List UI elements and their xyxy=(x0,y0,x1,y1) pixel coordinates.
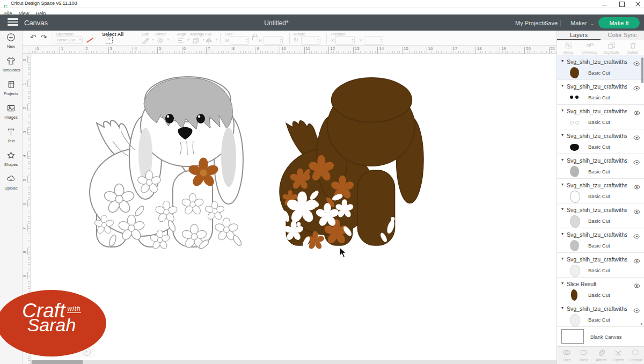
visibility-eye-icon[interactable] xyxy=(633,83,641,89)
layer-item[interactable]: Svg_shih_tzu_craftwithsar... Basic Cut xyxy=(557,154,644,179)
sidebar-item-text[interactable]: Text xyxy=(0,125,22,149)
disclosure-triangle-icon[interactable] xyxy=(561,231,567,236)
sidebar-item-images[interactable]: Images xyxy=(0,101,22,125)
layer-item[interactable]: Svg_shih_tzu_craftwithsar... Basic Cut xyxy=(557,253,644,278)
layer-sublayer[interactable]: Basic Cut xyxy=(557,266,644,277)
pen-color-icon[interactable] xyxy=(86,37,94,43)
my-projects-link[interactable]: My Projects xyxy=(515,20,546,26)
canvas-object-shih-tzu-silhouette[interactable] xyxy=(271,72,432,250)
visibility-eye-icon[interactable] xyxy=(633,108,641,113)
align-icon xyxy=(177,37,185,43)
visibility-eye-icon[interactable] xyxy=(633,157,641,163)
canvas-object-shih-tzu-layered[interactable] xyxy=(80,71,252,251)
layer-item[interactable]: Svg_shih_tzu_craftwithsar... Basic Cut xyxy=(557,203,644,228)
layer-item[interactable]: Svg_shih_tzu_craftwithsar... Basic Cut xyxy=(557,302,644,327)
sidebar-item-upload[interactable]: Upload xyxy=(0,172,22,196)
position-y-input[interactable] xyxy=(364,36,383,45)
visibility-eye-icon[interactable] xyxy=(633,256,641,261)
scroll-down-arrow-icon[interactable] xyxy=(640,322,642,326)
disclosure-triangle-icon[interactable] xyxy=(561,108,567,113)
layer-sublayer[interactable]: Basic Cut xyxy=(557,118,644,129)
weld-button[interactable]: Weld xyxy=(575,348,592,362)
disclosure-triangle-icon[interactable] xyxy=(561,305,567,310)
make-it-button[interactable]: Make It xyxy=(598,17,640,28)
flatten-button[interactable]: Flatten xyxy=(610,348,627,362)
attach-button[interactable]: Attach xyxy=(592,348,610,362)
layer-sublayer[interactable]: Basic Cut xyxy=(557,315,644,326)
layer-thumbnail xyxy=(568,264,582,277)
disclosure-triangle-icon[interactable] xyxy=(561,157,567,162)
visibility-eye-icon[interactable] xyxy=(633,182,641,187)
sidebar-item-templates[interactable]: Templates xyxy=(0,54,22,78)
layer-cut-type: Basic Cut xyxy=(588,292,610,298)
operation-select[interactable]: Basic Cut xyxy=(55,37,83,44)
slice-icon xyxy=(563,349,570,356)
duplicate-button[interactable]: Duplicate xyxy=(602,41,620,54)
group-button[interactable]: Group xyxy=(559,41,577,54)
horizontal-scrollbar-thumb[interactable] xyxy=(32,360,83,364)
layer-sublayer[interactable]: Basic Cut xyxy=(557,241,644,252)
save-link[interactable]: Save xyxy=(544,20,558,26)
visibility-eye-icon[interactable] xyxy=(633,281,641,286)
disclosure-triangle-icon[interactable] xyxy=(561,281,567,286)
undo-icon[interactable] xyxy=(30,33,36,41)
layer-sublayer[interactable]: Basic Cut xyxy=(557,167,644,178)
contour-button[interactable]: Contour xyxy=(627,348,644,362)
layer-item[interactable]: Svg_shih_tzu_craftwithsar... Basic Cut xyxy=(557,80,644,105)
tab-layers[interactable]: Layers xyxy=(557,31,601,40)
layer-item[interactable]: Slice Result Basic Cut xyxy=(557,278,644,302)
close-icon[interactable] xyxy=(633,1,643,6)
slice-button[interactable]: Slice xyxy=(558,348,575,362)
lock-icon[interactable] xyxy=(252,34,257,39)
sidebar-item-shapes[interactable]: Shapes xyxy=(0,149,22,172)
machine-selector[interactable]: Maker xyxy=(570,20,595,26)
layer-sublayer[interactable]: Basic Cut xyxy=(557,290,644,302)
minimize-icon[interactable] xyxy=(600,1,610,6)
layer-sublayer[interactable]: Basic Cut xyxy=(557,93,644,104)
layer-sublayer[interactable]: Basic Cut xyxy=(557,142,644,154)
menubar: File View Help xyxy=(0,8,644,14)
disclosure-triangle-icon[interactable] xyxy=(561,256,567,261)
disclosure-triangle-icon[interactable] xyxy=(561,182,567,187)
layer-cut-type: Basic Cut xyxy=(588,317,610,323)
position-x-input[interactable] xyxy=(335,36,355,45)
hamburger-menu-icon[interactable] xyxy=(8,18,18,27)
layer-sublayer[interactable]: Basic Cut xyxy=(557,192,644,203)
layer-item[interactable]: Svg_shih_tzu_craftwithsar... Basic Cut xyxy=(557,129,644,154)
design-canvas[interactable] xyxy=(31,54,557,364)
layer-sublayer[interactable]: Basic Cut xyxy=(557,68,644,79)
sidebar-item-new[interactable]: New xyxy=(0,31,22,54)
disclosure-triangle-icon[interactable] xyxy=(561,207,567,212)
size-height-input[interactable] xyxy=(264,36,283,45)
select-all-label[interactable]: Select All xyxy=(102,32,123,37)
tab-color-sync[interactable]: Color Sync xyxy=(601,31,644,40)
layer-item[interactable]: Svg_shih_tzu_craftwithsar... Basic Cut xyxy=(557,228,644,253)
visibility-eye-icon[interactable] xyxy=(633,133,641,138)
select-all-icon[interactable] xyxy=(106,37,113,43)
layer-sublayer[interactable]: Basic Cut xyxy=(557,216,644,228)
layers-scrollbar[interactable] xyxy=(641,56,643,325)
sidebar-item-projects[interactable]: Projects xyxy=(0,78,22,101)
disclosure-triangle-icon[interactable] xyxy=(561,133,567,137)
visibility-eye-icon[interactable] xyxy=(633,207,641,212)
disclosure-triangle-icon[interactable] xyxy=(561,83,567,88)
visibility-eye-icon[interactable] xyxy=(633,231,641,237)
visibility-eye-icon[interactable] xyxy=(633,305,641,311)
layer-item[interactable]: Svg_shih_tzu_craftwithsar... Basic Cut xyxy=(557,55,644,80)
size-width-input[interactable] xyxy=(230,36,249,45)
layers-scrollbar-thumb[interactable] xyxy=(641,57,643,83)
maximize-icon[interactable] xyxy=(617,1,627,6)
horizontal-scrollbar[interactable] xyxy=(31,360,557,364)
visibility-eye-icon[interactable] xyxy=(633,59,641,64)
layer-cut-type: Basic Cut xyxy=(588,243,610,249)
delete-button[interactable]: Delete xyxy=(624,41,642,54)
ungroup-button[interactable]: UnGroup xyxy=(581,41,599,54)
blank-canvas-swatch[interactable] xyxy=(561,329,584,344)
layer-item[interactable]: Svg_shih_tzu_craftwithsar... Basic Cut xyxy=(557,179,644,203)
document-title[interactable]: Untitled* xyxy=(264,19,288,27)
rotate-input[interactable] xyxy=(301,36,320,45)
layer-item[interactable]: Svg_shih_tzu_craftwithsar... Basic Cut xyxy=(557,105,644,129)
app-title: Cricut Design Space v6.11.108 xyxy=(11,1,77,6)
redo-icon[interactable] xyxy=(41,33,47,41)
disclosure-triangle-icon[interactable] xyxy=(561,59,567,63)
